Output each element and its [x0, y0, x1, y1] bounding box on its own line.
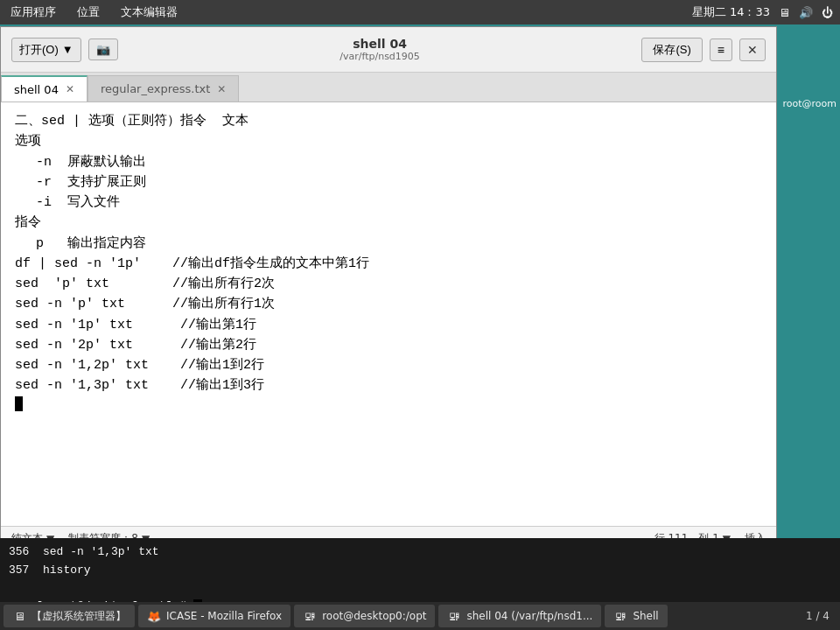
taskbar-terminal-opt[interactable]: 🖳 root@desktop0:/opt — [294, 605, 435, 627]
terminal-line-1: 356 sed -n '1,3p' txt — [9, 543, 831, 562]
network-icon: 🖥 — [779, 6, 790, 19]
taskbar-firefox[interactable]: 🦊 ICASE - Mozilla Firefox — [138, 605, 290, 627]
top-system-bar: 应用程序 位置 文本编辑器 星期二 14：33 🖥 🔊 ⏻ — [0, 0, 840, 24]
close-button[interactable]: ✕ — [739, 38, 766, 61]
tab-shell04-label: shell 04 — [14, 83, 59, 96]
tab-bar: shell 04 ✕ regular_express.txt ✕ — [1, 73, 776, 102]
content-line-11: sed -n '2p' txt //输出第2行 — [15, 335, 762, 355]
taskbar-shell-label: Shell — [633, 610, 658, 622]
cursor-line — [15, 396, 762, 411]
menu-button[interactable]: ≡ — [710, 38, 732, 61]
taskbar-firefox-label: ICASE - Mozilla Firefox — [166, 610, 282, 622]
taskbar-counter: 1 / 4 — [806, 610, 836, 622]
content-line-9: sed -n 'p' txt //输出所有行1次 — [15, 294, 762, 314]
sound-icon: 🔊 — [799, 6, 813, 19]
taskbar-vm-manager-label: 【虚拟系统管理器】 — [32, 609, 126, 624]
title-bar-right: 保存(S) ≡ ✕ — [641, 38, 766, 62]
shell-icon: 🖳 — [613, 609, 627, 623]
text-editor-content[interactable]: 二、sed | 选项（正则符）指令 文本 选项 -n 屏蔽默认输出 -r 支持扩… — [1, 102, 776, 526]
datetime-label: 星期二 14：33 — [692, 4, 770, 20]
content-line-3: -r 支持扩展正则 — [15, 172, 762, 192]
content-line-8: sed 'p' txt //输出所有行2次 — [15, 274, 762, 294]
taskbar: 🖥 【虚拟系统管理器】 🦊 ICASE - Mozilla Firefox 🖳 … — [0, 602, 840, 630]
taskbar-shell04[interactable]: 🖳 shell 04 (/var/ftp/nsd1... — [438, 605, 601, 627]
right-user-panel: root@room — [777, 28, 840, 109]
tab-shell04[interactable]: shell 04 ✕ — [1, 75, 88, 102]
screenshot-button[interactable]: 📷 — [88, 38, 118, 60]
content-line-1: 选项 — [15, 131, 762, 151]
user-label: root@room — [782, 98, 836, 109]
window-path: /var/ftp/nsd1905 — [118, 51, 642, 62]
tab-regular-express-label: regular_express.txt — [101, 82, 210, 95]
terminal-opt-icon: 🖳 — [303, 609, 317, 623]
firefox-icon: 🦊 — [147, 609, 161, 623]
taskbar-terminal-opt-label: root@desktop0:/opt — [322, 610, 426, 622]
taskbar-shell[interactable]: 🖳 Shell — [605, 605, 667, 627]
title-bar: 打开(O) ▼ 📷 shell 04 /var/ftp/nsd1905 保存(S… — [1, 27, 776, 73]
taskbar-vm-manager[interactable]: 🖥 【虚拟系统管理器】 — [4, 605, 135, 627]
content-line-2: -n 屏蔽默认输出 — [15, 152, 762, 172]
location-menu[interactable]: 位置 — [74, 3, 103, 22]
tab-regular-express-close[interactable]: ✕ — [217, 83, 226, 95]
text-editor-menu[interactable]: 文本编辑器 — [117, 3, 181, 22]
save-button[interactable]: 保存(S) — [641, 38, 702, 62]
title-center: shell 04 /var/ftp/nsd1905 — [118, 37, 642, 62]
content-line-13: sed -n '1,3p' txt //输出1到3行 — [15, 375, 762, 396]
content-line-12: sed -n '1,2p' txt //输出1到2行 — [15, 355, 762, 375]
content-line-10: sed -n '1p' txt //输出第1行 — [15, 315, 762, 335]
text-cursor — [15, 396, 23, 411]
open-button[interactable]: 打开(O) ▼ — [11, 38, 81, 62]
dropdown-arrow-icon: ▼ — [62, 43, 74, 56]
power-icon[interactable]: ⏻ — [822, 6, 833, 19]
content-line-0: 二、sed | 选项（正则符）指令 文本 — [15, 111, 762, 131]
vm-manager-icon: 🖥 — [12, 609, 26, 623]
terminal-line-2: 357 history — [9, 562, 831, 580]
content-line-7: df | sed -n '1p' //输出df指令生成的文本中第1行 — [15, 254, 762, 274]
content-line-6: p 输出指定内容 — [15, 234, 762, 254]
shell04-icon: 🖳 — [447, 609, 461, 623]
tab-shell04-close[interactable]: ✕ — [66, 83, 74, 95]
app-menu[interactable]: 应用程序 — [7, 3, 60, 22]
content-line-4: -i 写入文件 — [15, 192, 762, 213]
content-line-5: 指令 — [15, 213, 762, 233]
title-bar-left: 打开(O) ▼ 📷 — [11, 38, 118, 62]
tab-regular-express[interactable]: regular_express.txt ✕ — [88, 75, 239, 102]
editor-window: 打开(O) ▼ 📷 shell 04 /var/ftp/nsd1905 保存(S… — [0, 26, 777, 551]
top-bar-left: 应用程序 位置 文本编辑器 — [7, 3, 181, 22]
window-title: shell 04 — [118, 37, 642, 51]
taskbar-shell04-label: shell 04 (/var/ftp/nsd1... — [466, 610, 592, 622]
top-bar-right: 星期二 14：33 🖥 🔊 ⏻ — [692, 4, 833, 20]
